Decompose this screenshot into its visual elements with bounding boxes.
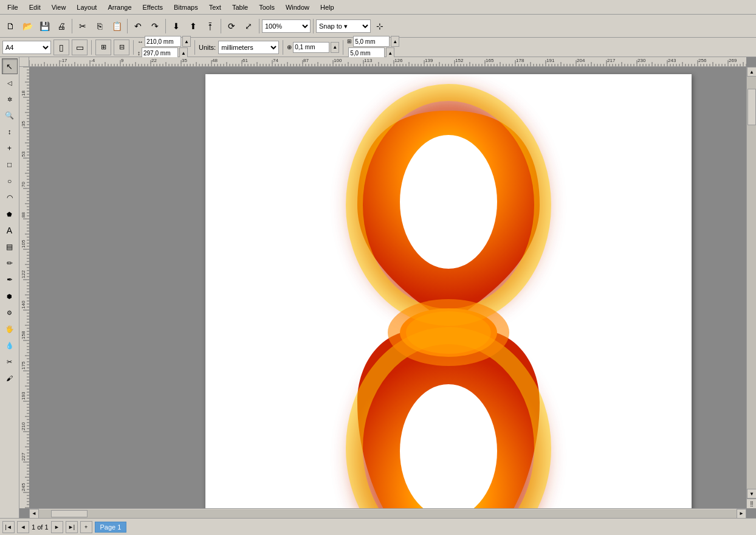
- scroll-v-thumb[interactable]: [747, 89, 756, 125]
- table-tool[interactable]: ▤: [2, 239, 18, 255]
- eyedropper-tool[interactable]: 🖐: [2, 321, 18, 337]
- menu-item-table[interactable]: Table: [227, 2, 253, 12]
- sep3: [165, 19, 166, 33]
- copy-button[interactable]: ⎘: [92, 18, 108, 34]
- export-button[interactable]: ⬆: [185, 18, 201, 34]
- canvas-area: ▲ ▼ ⣿ ◄ ►: [19, 57, 756, 518]
- color-tool[interactable]: 🖌: [2, 370, 18, 386]
- figure8-container: [205, 74, 692, 508]
- portrait-button[interactable]: ▯: [53, 40, 69, 55]
- menu-item-text[interactable]: Text: [204, 2, 226, 12]
- dup-x-spin[interactable]: ▲: [391, 36, 399, 47]
- freehand-tool[interactable]: ✲: [2, 91, 18, 107]
- redo-button[interactable]: ↷: [147, 18, 163, 34]
- scroll-up-button[interactable]: ▲: [747, 67, 756, 77]
- sep-p3: [194, 40, 195, 55]
- scroll-h-thumb[interactable]: [51, 510, 88, 517]
- pen-tool[interactable]: ✏: [2, 255, 18, 271]
- open-button[interactable]: 📂: [19, 18, 35, 34]
- page-counter: 1 of 1: [32, 523, 49, 531]
- cut-button[interactable]: ✂: [75, 18, 91, 34]
- rect-tool[interactable]: □: [2, 157, 18, 173]
- shape-tool[interactable]: ◁: [2, 75, 18, 91]
- last-page-button[interactable]: ►|: [66, 521, 78, 533]
- landscape-button[interactable]: ▭: [72, 40, 88, 55]
- nudge-spin-up[interactable]: ▲: [331, 42, 339, 53]
- menu-item-bitmaps[interactable]: Bitmaps: [169, 2, 203, 12]
- publish-button[interactable]: ⭱: [202, 18, 218, 34]
- svg-point-3: [400, 135, 497, 269]
- sep-p2: [133, 40, 134, 55]
- snap-select[interactable]: Snap to ▾ Snap to Grid Snap to Guideline…: [316, 19, 371, 33]
- save-button[interactable]: 💾: [36, 18, 52, 34]
- zoom-tool[interactable]: 🔍: [2, 108, 18, 123]
- arc-tool[interactable]: ◠: [2, 190, 18, 205]
- bleed-button[interactable]: ⊟: [114, 40, 129, 55]
- pan-tool[interactable]: ↕: [2, 124, 18, 140]
- menu-item-window[interactable]: Window: [281, 2, 314, 12]
- next-page-button[interactable]: ►: [51, 521, 63, 533]
- units-label: Units:: [199, 44, 216, 51]
- add-page-button[interactable]: +: [80, 521, 92, 533]
- menu-item-arrange[interactable]: Arrange: [103, 2, 136, 12]
- paste-button[interactable]: 📋: [109, 18, 125, 34]
- scroll-down-button[interactable]: ▼: [747, 489, 756, 499]
- snap-icon[interactable]: ⊹: [372, 18, 388, 34]
- scale-button[interactable]: ⤢: [241, 18, 256, 34]
- text-tool[interactable]: A: [2, 223, 18, 238]
- menu-item-view[interactable]: View: [47, 2, 71, 12]
- zoom-select[interactable]: 100% 50% 150% 200%: [262, 19, 311, 33]
- property-bar: A4 ▯ ▭ ⊞ ⊟ ↔ ▲ ↕ ▲ Units: millimeters in…: [0, 38, 756, 57]
- svg-point-8: [406, 311, 491, 354]
- menu-item-file[interactable]: File: [2, 2, 23, 12]
- sep-p1: [91, 40, 92, 55]
- fill-tool[interactable]: 💧: [2, 337, 18, 353]
- curve-tool[interactable]: +: [2, 140, 18, 156]
- connector-tool[interactable]: ⬢: [2, 288, 18, 304]
- sep4: [221, 19, 221, 33]
- toolbar: 🗋 📂 💾 🖨 ✂ ⎘ 📋 ↶ ↷ ⬇ ⬆ ⭱ ⟳ ⤢ 100% 50% 150…: [0, 15, 756, 38]
- units-select[interactable]: millimeters inches pixels: [218, 41, 279, 54]
- scroll-left-button[interactable]: ◄: [29, 509, 39, 519]
- scroll-right-button[interactable]: ►: [737, 509, 746, 519]
- eraser-tool[interactable]: ✂: [2, 354, 18, 370]
- dup-x-input[interactable]: [353, 36, 390, 47]
- nudge-input[interactable]: [293, 42, 329, 53]
- menu-item-layout[interactable]: Layout: [72, 2, 101, 12]
- figure8-svg: [330, 74, 567, 508]
- page-tab[interactable]: Page 1: [95, 522, 127, 533]
- transform-button[interactable]: ⟳: [224, 18, 239, 34]
- menu-item-help[interactable]: Help: [315, 2, 339, 12]
- menu-item-tools[interactable]: Tools: [254, 2, 280, 12]
- left-ruler-canvas: [19, 67, 29, 508]
- width-icon: ↔: [137, 38, 143, 45]
- calligraphy-tool[interactable]: ✒: [2, 272, 18, 288]
- polygon-tool[interactable]: ⬟: [2, 206, 18, 222]
- undo-button[interactable]: ↶: [130, 18, 146, 34]
- import-button[interactable]: ⬇: [168, 18, 184, 34]
- scrollbar-bottom: ◄ ►: [29, 508, 746, 518]
- sep2: [127, 19, 128, 33]
- new-button[interactable]: 🗋: [2, 18, 18, 34]
- menu-item-edit[interactable]: Edit: [24, 2, 46, 12]
- main-area: ↖ ◁ ✲ 🔍 ↕ + □ ○ ◠ ⬟ A ▤ ✏ ✒ ⬢ ⚙ 🖐 💧 ✂ 🖌: [0, 57, 756, 518]
- width-input[interactable]: [145, 36, 181, 47]
- print-button[interactable]: 🖨: [53, 18, 69, 34]
- page-canvas[interactable]: [29, 67, 746, 508]
- menu-item-effects[interactable]: Effects: [138, 2, 168, 12]
- page: [205, 74, 692, 508]
- width-spin-up[interactable]: ▲: [182, 36, 191, 47]
- sep-p4: [283, 40, 283, 55]
- select-tool[interactable]: ↖: [2, 58, 18, 74]
- top-ruler-canvas: [29, 57, 746, 66]
- nudge-icon: ⊕: [287, 44, 292, 50]
- measure-tool[interactable]: ⚙: [2, 305, 18, 320]
- height-icon: ↕: [137, 50, 140, 57]
- scroll-h-track[interactable]: [39, 509, 737, 518]
- prev-page-button[interactable]: ◄: [17, 521, 29, 533]
- page-options-button[interactable]: ⊞: [95, 40, 111, 55]
- ellipse-tool[interactable]: ○: [2, 173, 18, 189]
- first-page-button[interactable]: |◄: [2, 521, 15, 533]
- page-size-select[interactable]: A4: [2, 41, 51, 54]
- scroll-v-track[interactable]: [747, 77, 756, 489]
